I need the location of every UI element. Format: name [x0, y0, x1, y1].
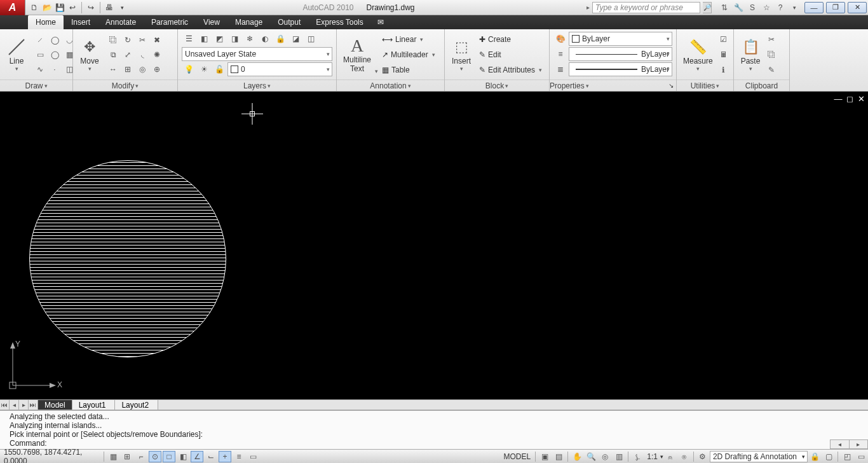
spline-icon[interactable]: ∿ [33, 62, 47, 76]
layout-prev-icon[interactable]: ◂ [10, 400, 19, 410]
tab-output[interactable]: Output [270, 15, 308, 29]
mtext-button[interactable]: A Multiline Text [339, 34, 375, 74]
quickview-drawings-icon[interactable]: ▤ [552, 451, 565, 462]
help-icon[interactable]: ? [775, 3, 785, 13]
osnap-toggle[interactable]: □ [163, 451, 175, 462]
layer-walk-icon[interactable]: ◫ [304, 32, 318, 46]
qp-toggle[interactable]: ▭ [247, 451, 259, 462]
color-wheel-icon[interactable]: 🎨 [553, 32, 567, 46]
grid-toggle[interactable]: ⊞ [121, 451, 133, 462]
tab-annotate[interactable]: Annotate [98, 15, 144, 29]
circle-icon[interactable]: ◯ [48, 33, 62, 47]
tab-view[interactable]: View [196, 15, 227, 29]
id-icon[interactable]: ℹ [717, 63, 731, 77]
erase-icon[interactable]: ✖ [150, 33, 164, 47]
layer-make-icon[interactable]: ◪ [288, 32, 302, 46]
key-icon[interactable]: 🔧 [733, 3, 743, 13]
ellipse-icon[interactable]: ◯ [48, 48, 62, 62]
move-button[interactable]: ✥ Move ▾ [76, 36, 104, 73]
print-icon[interactable]: 🖶 [104, 3, 114, 13]
polyline-icon[interactable]: ⟋ [33, 33, 47, 47]
ducs-toggle[interactable]: ⌙ [205, 451, 217, 462]
sub-icon[interactable]: S [747, 3, 757, 13]
panel-title-modify[interactable]: Modify▾ [73, 79, 177, 91]
qat-more-icon[interactable]: ▾ [117, 3, 127, 13]
linetype-dropdown[interactable]: ByLayer▾ [569, 47, 672, 61]
search-dropdown-icon[interactable]: 🔎 [703, 2, 712, 13]
scroll-right-icon[interactable]: ▸ [849, 440, 868, 448]
linear-dim-button[interactable]: ⟷Linear▾ [382, 32, 435, 46]
maximize-button[interactable]: ❐ [826, 2, 845, 13]
undo-icon[interactable]: ↩ [67, 3, 78, 13]
panel-title-annotation[interactable]: Annotation▾ [337, 79, 444, 91]
command-prompt[interactable]: Command: [10, 439, 858, 448]
trim-icon[interactable]: ✂ [135, 33, 149, 47]
tab-mail-icon[interactable]: ✉ [371, 15, 390, 29]
quickcalc-icon[interactable]: 🖩 [717, 48, 731, 62]
snap-toggle[interactable]: ▦ [107, 451, 119, 462]
lineweight-dropdown[interactable]: ByLayer▾ [569, 62, 672, 76]
line-button[interactable]: Line ▾ [3, 36, 31, 73]
stretch-icon[interactable]: ↔ [106, 62, 120, 76]
pan-icon[interactable]: ✋ [571, 451, 583, 462]
annovis-icon[interactable]: ⍝ [664, 451, 677, 462]
tab-manage[interactable]: Manage [227, 15, 270, 29]
polar-toggle[interactable]: ⊙ [149, 451, 161, 462]
quickview-layouts-icon[interactable]: ▣ [538, 451, 551, 462]
lwt-toggle[interactable]: ≡ [233, 451, 245, 462]
multileader-button[interactable]: ↗Multileader▾ [382, 48, 435, 62]
layout-tab-layout2[interactable]: Layout2 [115, 400, 158, 410]
layer-iso-icon[interactable]: ◨ [227, 32, 241, 46]
measure-button[interactable]: 📏 Measure ▾ [679, 36, 717, 73]
copy-icon[interactable]: ⿻ [106, 33, 120, 47]
edit-attr-button[interactable]: ✎Edit Attributes▾ [479, 63, 542, 77]
create-block-button[interactable]: ✚Create [479, 32, 542, 46]
panel-title-utilities[interactable]: Utilities▾ [677, 79, 733, 91]
zoom-icon[interactable]: 🔍 [585, 451, 597, 462]
copy-clip-icon[interactable]: ⿻ [764, 48, 778, 62]
command-window[interactable]: Analyzing the selected data... Analyzing… [0, 410, 868, 449]
3dosnap-toggle[interactable]: ◧ [177, 451, 189, 462]
linetype-icon[interactable]: ≡ [553, 47, 567, 61]
vp-maximize-icon[interactable]: ◻ [845, 94, 854, 103]
layer-state-dropdown[interactable]: Unsaved Layer State▾ [182, 47, 332, 61]
scale-icon[interactable]: ⤢ [121, 48, 135, 62]
scroll-left-icon[interactable]: ◂ [831, 440, 849, 448]
annoscale-icon[interactable]: ⍼ [631, 451, 644, 462]
panel-title-layers[interactable]: Layers▾ [178, 79, 336, 91]
hatched-circle-object[interactable] [29, 160, 226, 357]
showmotion-icon[interactable]: ▥ [613, 451, 625, 462]
table-button[interactable]: ▦Table [382, 63, 435, 77]
layer-match-icon[interactable]: ◧ [197, 32, 211, 46]
rectangle-icon[interactable]: ▭ [33, 48, 47, 62]
panel-title-block[interactable]: Block▾ [445, 79, 549, 91]
otrack-toggle[interactable]: ∠ [191, 451, 203, 462]
vp-minimize-icon[interactable]: — [834, 94, 843, 103]
workspace-dropdown[interactable]: 2D Drafting & Annotation▾ [710, 451, 808, 462]
chevron-down-icon[interactable]: ▾ [375, 68, 378, 74]
layer-off-icon[interactable]: ◐ [258, 32, 272, 46]
layer-properties-icon[interactable]: ☰ [182, 32, 196, 46]
select-icon[interactable]: ☑ [717, 32, 731, 46]
cut-icon[interactable]: ✂ [764, 32, 778, 46]
redo-icon[interactable]: ↪ [86, 3, 96, 13]
favorites-icon[interactable]: ☆ [761, 3, 771, 13]
search-input[interactable]: Type a keyword or phrase [592, 2, 700, 13]
command-scrollbar[interactable]: ◂▸ [830, 439, 868, 449]
fillet-icon[interactable]: ◟ [135, 48, 149, 62]
anno-scale-value[interactable]: 1:1 [644, 452, 660, 461]
tab-home[interactable]: Home [28, 15, 64, 29]
new-icon[interactable]: 🗋 [29, 3, 39, 13]
save-icon[interactable]: 💾 [55, 3, 65, 13]
tab-parametric[interactable]: Parametric [144, 15, 196, 29]
edit-block-button[interactable]: ✎Edit [479, 48, 542, 62]
layer-lock-icon[interactable]: 🔒 [273, 32, 287, 46]
paste-button[interactable]: 📋 Paste ▾ [736, 36, 764, 73]
help-dropdown-icon[interactable]: ▾ [789, 3, 799, 13]
workspace-icon[interactable]: ⚙ [696, 451, 709, 462]
point-icon[interactable]: ∙ [48, 62, 62, 76]
dyn-toggle[interactable]: + [219, 451, 231, 462]
array-icon[interactable]: ⊞ [121, 62, 135, 76]
dialog-launcher-icon[interactable]: ↘ [668, 82, 674, 89]
coordinates-display[interactable]: 1550.7698, 1874.4271, 0.0000 [0, 448, 102, 464]
